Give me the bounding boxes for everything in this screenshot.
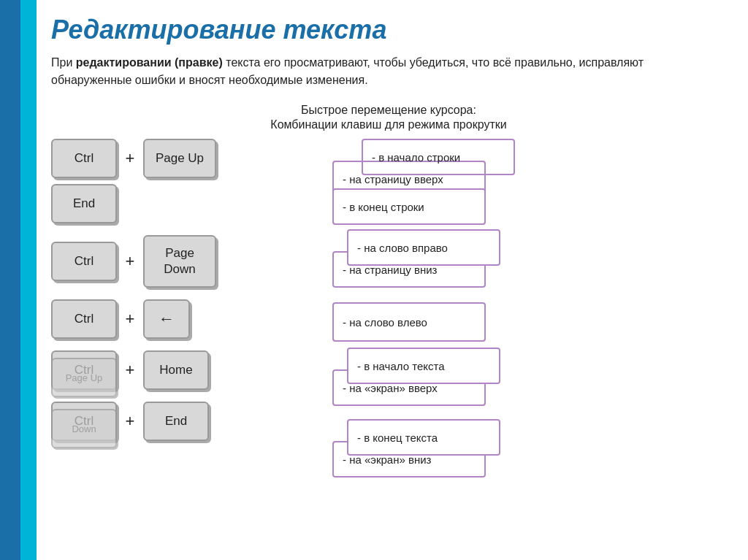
ghost-page-down: Down — [51, 409, 117, 448]
desc-end-of-line: - в конец строки — [332, 188, 486, 225]
intro-text-before: При — [51, 56, 76, 69]
desc-group-6: - в конец текста - на «экран» вниз — [332, 419, 486, 485]
plus-4: + — [123, 361, 137, 380]
ghost-page-up: Page Up — [51, 358, 117, 397]
page-down-text: Page Down — [164, 245, 195, 277]
page-down-key: Page Down — [143, 235, 216, 288]
plus-3: + — [123, 310, 137, 329]
row-ctrl-pageup: Ctrl + Page Up — [51, 139, 314, 178]
desc-group-1-2: - в начало строки - на страницу вверх - … — [332, 139, 486, 226]
ctrl-key-1: Ctrl — [51, 139, 117, 178]
row-end: End — [51, 184, 314, 223]
page-up-key: Page Up — [143, 139, 216, 178]
desc-group-4: - на слово влево — [332, 302, 486, 342]
plus-1: + — [123, 149, 137, 168]
end-key-1: End — [51, 184, 117, 223]
accent-bar — [20, 0, 37, 560]
section-title-scroll: Комбинации клавиш для режима прокрутки — [51, 118, 726, 131]
plus-5: + — [123, 412, 137, 431]
desc-start-of-text: - в начало текста — [347, 348, 500, 384]
intro-bold: редактировании (правке) — [76, 56, 223, 69]
main-content: Редактирование текста При редактировании… — [37, 0, 748, 560]
section-titles: Быстрое перемещение курсора: Комбинации … — [51, 104, 726, 131]
desc-end-of-text: - в конец текста — [347, 419, 500, 456]
descriptions-container: - в начало строки - на страницу вверх - … — [332, 139, 486, 485]
page-title: Редактирование текста — [51, 15, 726, 45]
row-ctrl-arrow: Ctrl + ← — [51, 299, 314, 339]
end-key-2: End — [143, 402, 209, 441]
ctrl-key-3: Ctrl — [51, 299, 117, 339]
home-key: Home — [143, 350, 209, 390]
row-ctrl-home: Ctrl + Home Page Up — [51, 350, 314, 390]
plus-2: + — [123, 252, 137, 271]
arrow-left-key: ← — [143, 299, 190, 339]
intro-paragraph: При редактировании (правке) текста его п… — [51, 54, 726, 89]
left-sidebar-bar — [0, 0, 20, 560]
desc-word-right: - на слово вправо — [347, 229, 500, 266]
section-title-cursor: Быстрое перемещение курсора: — [51, 104, 726, 117]
desc-group-3: - на слово вправо - на страницу вниз — [332, 229, 486, 295]
key-rows-container: Ctrl + Page Up End Ctrl + Page Down — [51, 139, 314, 485]
ctrl-key-2: Ctrl — [51, 242, 117, 281]
row-ctrl-end: Ctrl + End Down — [51, 402, 314, 441]
desc-group-5: - в начало текста - на «экран» вверх — [332, 348, 486, 413]
desc-start-of-line: - в начало строки — [362, 139, 515, 175]
desc-word-left: - на слово влево — [332, 302, 486, 342]
row-ctrl-pagedown: Ctrl + Page Down — [51, 235, 314, 288]
